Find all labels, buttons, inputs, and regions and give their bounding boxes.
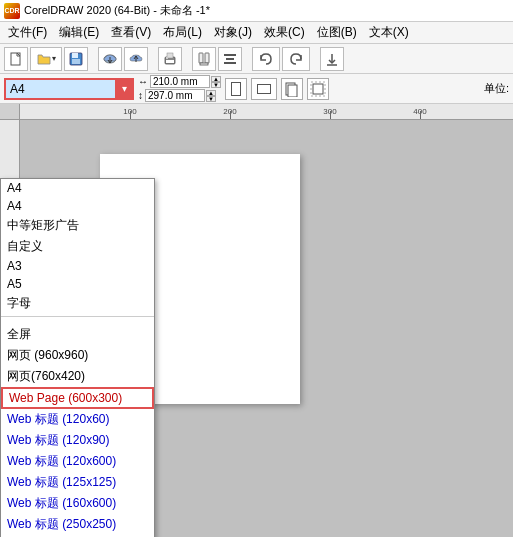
width-icon: ↔ [138, 76, 148, 87]
title-bar: CDR CorelDRAW 2020 (64-Bit) - 未命名 -1* [0, 0, 513, 22]
width-spinners: ▲ ▼ [211, 76, 221, 88]
dropdown-item-a4-2[interactable]: A4 [1, 197, 154, 215]
landscape-button[interactable] [251, 78, 277, 100]
height-input[interactable] [145, 89, 205, 102]
pages-button[interactable] [281, 78, 303, 100]
ruler-tick-300 [330, 111, 331, 119]
redo-button[interactable] [282, 47, 310, 71]
height-spinners: ▲ ▼ [206, 90, 216, 102]
menu-file[interactable]: 文件(F) [2, 22, 53, 43]
dropdown-item-a5[interactable]: A5 [1, 275, 154, 293]
menu-effects[interactable]: 效果(C) [258, 22, 311, 43]
svg-rect-10 [166, 60, 174, 63]
dropdown-item-web-120x90[interactable]: Web 标题 (120x90) [1, 430, 154, 451]
page-size-input[interactable] [4, 78, 134, 100]
download-button[interactable] [320, 47, 344, 71]
ruler-tick-200 [230, 111, 231, 119]
dropdown-item-letter[interactable]: 字母 [1, 293, 154, 314]
dropdown-item-a3[interactable]: A3 [1, 257, 154, 275]
svg-rect-23 [313, 84, 323, 94]
svg-rect-14 [205, 53, 209, 63]
height-down[interactable]: ▼ [206, 96, 216, 102]
menu-edit[interactable]: 编辑(E) [53, 22, 105, 43]
dropdown-item-web-125x125[interactable]: Web 标题 (125x125) [1, 472, 154, 493]
dropdown-separator [1, 316, 154, 322]
menu-object[interactable]: 对象(J) [208, 22, 258, 43]
ruler-tick-100 [130, 111, 131, 119]
import-button[interactable] [98, 47, 122, 71]
width-down[interactable]: ▼ [211, 82, 221, 88]
dropdown-item-fullscreen[interactable]: 全屏 [1, 324, 154, 345]
svg-rect-5 [72, 59, 80, 64]
open-button[interactable]: ▾ [30, 47, 62, 71]
ruler-top: 100 200 300 400 [20, 104, 513, 120]
page-size-dropdown[interactable]: ▾ [4, 78, 134, 100]
dropdown-item-web-760[interactable]: 网页(760x420) [1, 366, 154, 387]
dropdown-item-a4-1[interactable]: A4 [1, 179, 154, 197]
svg-rect-16 [224, 54, 236, 56]
save-button[interactable] [64, 47, 88, 71]
width-input[interactable] [150, 75, 210, 88]
bleed-button[interactable] [307, 78, 329, 100]
toolbar: ▾ [0, 44, 513, 74]
property-bar: ▾ ↔ ▲ ▼ ↕ ▲ ▼ 单位 [0, 74, 513, 104]
align-button[interactable] [218, 47, 242, 71]
svg-rect-18 [224, 62, 236, 64]
menu-view[interactable]: 查看(V) [105, 22, 157, 43]
dropdown-item-medium-rect[interactable]: 中等矩形广告 [1, 215, 154, 236]
width-group: ↔ ▲ ▼ [138, 75, 221, 88]
dropdown-item-web-160x600[interactable]: Web 标题 (160x600) [1, 493, 154, 514]
svg-rect-12 [166, 57, 168, 59]
cut-button[interactable] [192, 47, 216, 71]
height-group: ↕ ▲ ▼ [138, 89, 221, 102]
menu-bar: 文件(F) 编辑(E) 查看(V) 布局(L) 对象(J) 效果(C) 位图(B… [0, 22, 513, 44]
dimension-group: ↔ ▲ ▼ ↕ ▲ ▼ [138, 75, 221, 102]
dropdown-item-web-600[interactable]: Web Page (600x300) [1, 387, 154, 409]
undo-button[interactable] [252, 47, 280, 71]
dropdown-item-web-960[interactable]: 网页 (960x960) [1, 345, 154, 366]
menu-text[interactable]: 文本(X) [363, 22, 415, 43]
svg-rect-21 [288, 85, 297, 97]
canvas-area: 100 200 300 400 A4 A4 中等矩形广告 自定义 A3 A5 字… [0, 104, 513, 537]
ruler-tick-400 [420, 111, 421, 119]
dropdown-item-web-250x250[interactable]: Web 标题 (250x250) [1, 514, 154, 535]
page-size-dropdown-list[interactable]: A4 A4 中等矩形广告 自定义 A3 A5 字母 全屏 网页 (960x960… [0, 178, 155, 537]
app-icon: CDR [4, 3, 20, 19]
print-button[interactable] [158, 47, 182, 71]
title-bar-text: CorelDRAW 2020 (64-Bit) - 未命名 -1* [24, 3, 210, 18]
svg-rect-4 [72, 53, 78, 58]
portrait-button[interactable] [225, 78, 247, 100]
svg-rect-13 [199, 53, 203, 63]
menu-bitmap[interactable]: 位图(B) [311, 22, 363, 43]
new-button[interactable] [4, 47, 28, 71]
export-button[interactable] [124, 47, 148, 71]
svg-rect-17 [226, 58, 234, 60]
ruler-corner [0, 104, 20, 120]
dropdown-item-web-120x60[interactable]: Web 标题 (120x60) [1, 409, 154, 430]
landscape-icon [257, 84, 271, 94]
unit-label: 单位: [484, 81, 509, 96]
menu-layout[interactable]: 布局(L) [157, 22, 208, 43]
portrait-icon [231, 82, 241, 96]
dropdown-item-web-120x600[interactable]: Web 标题 (120x600) [1, 451, 154, 472]
dropdown-item-custom[interactable]: 自定义 [1, 236, 154, 257]
svg-rect-15 [200, 63, 208, 65]
height-icon: ↕ [138, 90, 143, 101]
